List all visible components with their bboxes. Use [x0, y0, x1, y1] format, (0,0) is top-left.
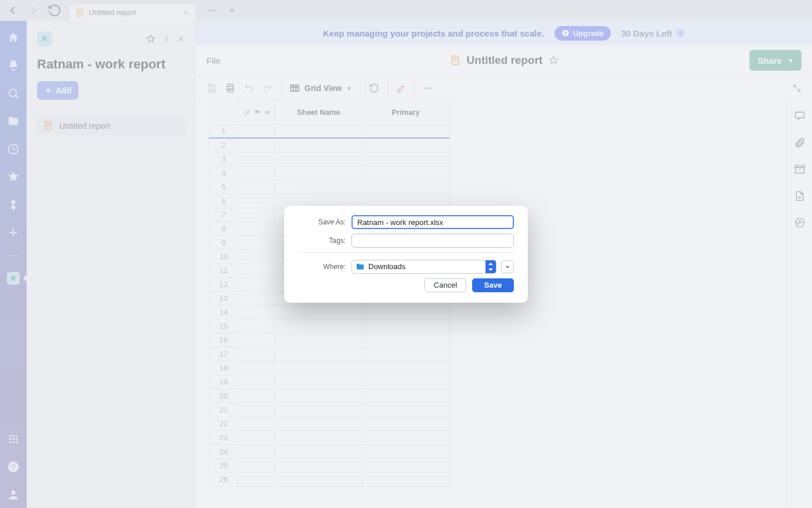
stepper-icon[interactable] — [485, 260, 496, 274]
tags-label: Tags: — [298, 237, 346, 245]
where-label: Where: — [298, 263, 346, 271]
folder-icon — [356, 262, 365, 271]
where-value: Downloads — [368, 262, 485, 271]
save-as-label: Save As: — [298, 218, 346, 226]
save-as-input[interactable] — [351, 215, 514, 229]
dialog-divider — [298, 252, 514, 253]
save-dialog: Save As: Tags: Where: Downloads Cancel S… — [284, 206, 528, 303]
modal-overlay: Save As: Tags: Where: Downloads Cancel S… — [0, 0, 812, 508]
cancel-button[interactable]: Cancel — [425, 278, 466, 292]
expand-dialog-button[interactable] — [501, 260, 514, 273]
save-button[interactable]: Save — [472, 278, 514, 292]
where-select[interactable]: Downloads — [351, 260, 496, 274]
tags-input[interactable] — [351, 234, 514, 248]
